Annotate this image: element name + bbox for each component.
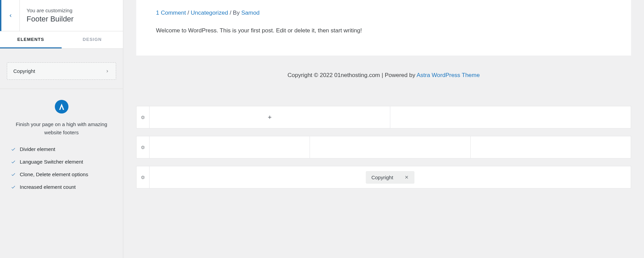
feature-item: Clone, Delete element options (11, 171, 115, 177)
customizer-sidebar: You are customizing Footer Builder ELEME… (0, 0, 123, 258)
astra-logo-icon (58, 103, 65, 110)
astra-logo (55, 100, 68, 113)
customizing-label: You are customizing (27, 7, 74, 13)
post-content: 1 Comment / Uncategorized / By Samod Wel… (136, 0, 631, 56)
feature-label: Divider element (20, 146, 55, 152)
promo-feature-list: Divider element Language Switcher elemen… (8, 146, 115, 190)
element-item-copyright[interactable]: Copyright (7, 62, 116, 80)
feature-item: Increased element count (11, 184, 115, 190)
theme-link[interactable]: Astra WordPress Theme (417, 72, 480, 78)
preview-pane: 1 Comment / Uncategorized / By Samod Wel… (123, 0, 644, 258)
comments-link[interactable]: 1 Comment (156, 10, 186, 16)
back-button[interactable] (0, 0, 20, 31)
section-content: Copyright (0, 49, 123, 89)
feature-label: Language Switcher element (20, 159, 83, 165)
row-settings-button[interactable] (137, 136, 150, 158)
feature-label: Increased element count (20, 184, 76, 190)
row-settings-button[interactable] (137, 166, 150, 188)
plus-icon (267, 115, 272, 120)
feature-item: Divider element (11, 146, 115, 152)
builder-row-middle (136, 136, 631, 158)
close-icon[interactable] (404, 175, 409, 180)
header-text: You are customizing Footer Builder (20, 0, 80, 31)
zone-bottom-center[interactable]: Copyright (150, 166, 631, 188)
feature-label: Clone, Delete element options (20, 171, 88, 177)
row-zones (150, 136, 631, 158)
row-settings-button[interactable] (137, 106, 150, 128)
check-icon (11, 185, 16, 189)
gear-icon (141, 175, 145, 180)
promo-text: Finish your page on a high with amazing … (8, 120, 115, 137)
author-link[interactable]: Samod (241, 10, 260, 16)
zone-mid-center[interactable] (310, 136, 470, 158)
feature-item: Language Switcher element (11, 159, 115, 165)
check-icon (11, 160, 16, 164)
promo-panel: Finish your page on a high with amazing … (0, 89, 123, 203)
chevron-right-icon (105, 69, 110, 74)
row-zones (150, 106, 631, 128)
footer-copyright: Copyright © 2022 01nethosting.com | Powe… (123, 56, 644, 95)
tabs: ELEMENTS DESIGN (0, 31, 123, 49)
gear-icon (141, 145, 145, 150)
check-icon (11, 147, 16, 152)
builder-row-top (136, 106, 631, 128)
copyright-text: Copyright © 2022 01nethosting.com | Powe… (287, 72, 417, 78)
zone-mid-right[interactable] (471, 136, 631, 158)
zone-top-right[interactable] (390, 106, 631, 128)
footer-builder: Copyright (123, 95, 644, 195)
tab-elements[interactable]: ELEMENTS (0, 31, 62, 48)
tag-label: Copyright (371, 174, 393, 180)
element-item-label: Copyright (13, 68, 35, 74)
meta-separator: / (188, 10, 191, 16)
row-zones: Copyright (150, 166, 631, 188)
panel-title: Footer Builder (27, 15, 74, 24)
zone-top-left[interactable] (150, 106, 390, 128)
sidebar-header: You are customizing Footer Builder (0, 0, 123, 31)
post-body: Welcome to WordPress. This is your first… (156, 26, 611, 35)
by-label: / By (230, 10, 241, 16)
zone-mid-left[interactable] (150, 136, 310, 158)
copyright-element-tag[interactable]: Copyright (366, 171, 414, 184)
tab-design[interactable]: DESIGN (62, 31, 123, 48)
gear-icon (141, 115, 145, 120)
check-icon (11, 172, 16, 177)
builder-row-bottom: Copyright (136, 166, 631, 188)
chevron-left-icon (8, 13, 13, 18)
category-link[interactable]: Uncategorized (191, 10, 228, 16)
post-meta: 1 Comment / Uncategorized / By Samod (156, 0, 611, 16)
